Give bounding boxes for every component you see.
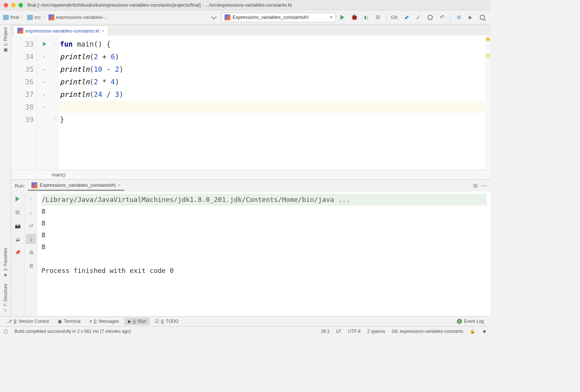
indent-info[interactable]: 2 spaces: [367, 329, 385, 334]
favorites-tool-tab[interactable]: ★2: Favorites: [1, 245, 10, 281]
clear-button[interactable]: 🗑: [26, 260, 36, 271]
revert-icon: ↶: [440, 14, 445, 21]
run-anything-button[interactable]: ▶: [465, 13, 476, 22]
close-run-tab-button[interactable]: ×: [118, 182, 121, 188]
breadcrumb-sep: 〉: [21, 14, 26, 21]
status-message: Build completed successfully in 2 s 561 …: [14, 329, 314, 334]
pin-icon: 📌: [15, 250, 21, 255]
star-icon: ★: [3, 273, 8, 278]
git-commit-button[interactable]: ✓: [413, 13, 424, 22]
hammer-icon: [211, 14, 216, 19]
kotlin-file-icon: [48, 14, 54, 20]
settings-icon[interactable]: ⚙: [473, 182, 478, 189]
separator: [450, 13, 451, 21]
run-panel: Run: Expressions_variables_constantsKt ×…: [11, 179, 490, 316]
line-separator[interactable]: LF: [336, 329, 341, 334]
stop-run-button[interactable]: [13, 207, 23, 217]
line-number-gutter: 33343536373839: [11, 36, 37, 170]
git-branch[interactable]: Git: expressions-variables-constants: [392, 329, 463, 334]
run-anything-icon: ▶: [469, 14, 472, 20]
coverage-button[interactable]: ◐: [361, 13, 371, 22]
run-gutter[interactable]: ▸▸▸▸▸: [37, 36, 52, 170]
up-stack-button[interactable]: ↑: [26, 194, 36, 204]
close-window-button[interactable]: [4, 3, 8, 7]
git-history-button[interactable]: [425, 13, 435, 22]
play-icon: [16, 196, 20, 202]
cursor-position[interactable]: 38:1: [321, 329, 330, 334]
wrap-icon: ⇄: [29, 223, 33, 229]
run-configuration-dropdown[interactable]: Expressions_variables_constantsKt ▾: [221, 13, 336, 22]
close-tab-button[interactable]: ×: [101, 28, 104, 34]
run-panel-tab[interactable]: Expressions_variables_constantsKt ×: [28, 181, 124, 191]
run-panel-header: Run: Expressions_variables_constantsKt ×…: [11, 180, 490, 192]
camera-icon: 📷: [15, 223, 21, 229]
terminal-tab[interactable]: ▣Terminal: [54, 318, 84, 325]
minimize-icon[interactable]: —: [481, 182, 487, 189]
play-icon: [340, 15, 344, 20]
breadcrumb-item[interactable]: src: [27, 14, 41, 20]
status-icon[interactable]: ▢: [4, 329, 8, 334]
editor-tab-row: expressions-variables-constants.kt ×: [11, 24, 490, 36]
branch-icon: ⎇: [7, 319, 12, 324]
console-output[interactable]: /Library/Java/JavaVirtualMachines/jdk1.8…: [38, 192, 490, 316]
window-title: final [~/src/raywenderlich/books/ka/expr…: [27, 2, 292, 8]
scroll-end-icon: ⤓: [29, 236, 33, 242]
terminal-icon: ▣: [58, 319, 62, 324]
scroll-to-end-button[interactable]: ⤓: [26, 234, 36, 244]
pin-button[interactable]: 📌: [13, 247, 23, 257]
search-icon: [480, 15, 485, 20]
git-update-button[interactable]: ⬋: [401, 13, 412, 22]
dump-threads-button[interactable]: 📷: [13, 220, 23, 231]
breadcrumb-item[interactable]: final: [3, 14, 19, 20]
maximize-window-button[interactable]: [18, 3, 23, 7]
stripe-marker[interactable]: [486, 38, 490, 41]
layout-button[interactable]: ⬓: [13, 234, 23, 244]
main-toolbar: final 〉 src 〉 expressions-variables-... …: [0, 10, 490, 24]
minimize-window-button[interactable]: [11, 3, 16, 7]
todo-tab[interactable]: ☑6: TODO: [151, 318, 182, 325]
editor-tab[interactable]: expressions-variables-constants.kt ×: [13, 26, 108, 36]
update-icon: ⬋: [404, 14, 409, 21]
left-tool-gutter: ▣1: Project ★2: Favorites ⌂7: Structure: [0, 24, 11, 316]
fold-gutter[interactable]: −⌃: [52, 36, 58, 170]
git-revert-button[interactable]: ↶: [437, 13, 447, 22]
editor-tab-label: expressions-variables-constants.kt: [26, 28, 99, 34]
rerun-button[interactable]: [13, 194, 23, 204]
project-icon: ▣: [3, 48, 8, 53]
print-button[interactable]: 🖶: [26, 247, 36, 257]
kotlin-icon: [225, 14, 230, 20]
version-control-tab[interactable]: ⎇9: Version Control: [3, 318, 53, 325]
inspector-icon[interactable]: ☻: [482, 329, 487, 334]
kotlin-icon: [31, 182, 37, 188]
run-button[interactable]: [337, 13, 348, 22]
file-encoding[interactable]: UTF-8: [348, 329, 361, 334]
stop-button[interactable]: [373, 13, 383, 22]
soft-wrap-button[interactable]: ⇄: [26, 220, 36, 231]
messages-tab[interactable]: ≡0: Messages: [86, 318, 123, 325]
project-tool-tab[interactable]: ▣1: Project: [1, 24, 10, 56]
breadcrumb-label: final: [10, 14, 19, 20]
debug-button[interactable]: 🐞: [349, 13, 360, 22]
lock-icon[interactable]: 🔒: [470, 329, 475, 334]
context-bar: main(): [11, 170, 490, 179]
run-panel-label: Run:: [15, 183, 25, 189]
structure-tool-tab[interactable]: ⌂7: Structure: [1, 281, 10, 316]
code-body[interactable]: fun main() { println(2 + 6) println(10 -…: [58, 36, 490, 170]
clock-icon: [428, 15, 433, 20]
stripe-marker[interactable]: [486, 54, 490, 57]
print-icon: 🖶: [29, 250, 34, 255]
code-editor[interactable]: 33343536373839 ▸▸▸▸▸ −⌃ fun main() { pri…: [11, 36, 490, 170]
coverage-icon: ◐: [364, 14, 368, 20]
run-tab[interactable]: ▶4: Run: [124, 318, 150, 325]
chevron-down-icon: ▾: [330, 14, 333, 20]
event-log-tab[interactable]: 1Event Log: [453, 318, 488, 325]
error-stripe[interactable]: [485, 36, 490, 170]
build-button[interactable]: [209, 13, 220, 22]
bottom-tool-tabs: ⎇9: Version Control ▣Terminal ≡0: Messag…: [0, 316, 490, 326]
breadcrumb-item[interactable]: expressions-variables-...: [48, 14, 108, 20]
breadcrumb-label: expressions-variables-...: [56, 14, 108, 20]
project-structure-button[interactable]: ⊞: [453, 13, 464, 22]
structure-icon: ⊞: [457, 14, 461, 20]
down-stack-button[interactable]: ↓: [26, 207, 36, 217]
search-everywhere-button[interactable]: [477, 13, 488, 22]
